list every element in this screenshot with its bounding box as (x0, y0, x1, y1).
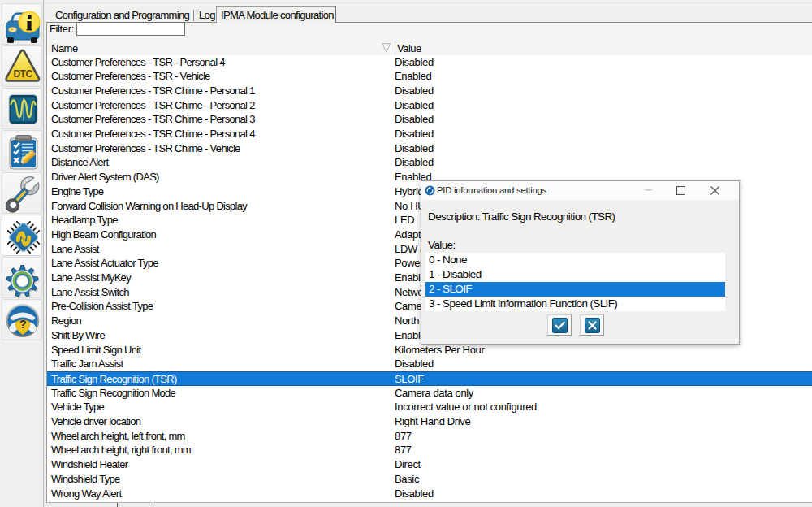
svg-text:?: ? (19, 318, 27, 331)
svg-text:DTC: DTC (13, 68, 32, 80)
